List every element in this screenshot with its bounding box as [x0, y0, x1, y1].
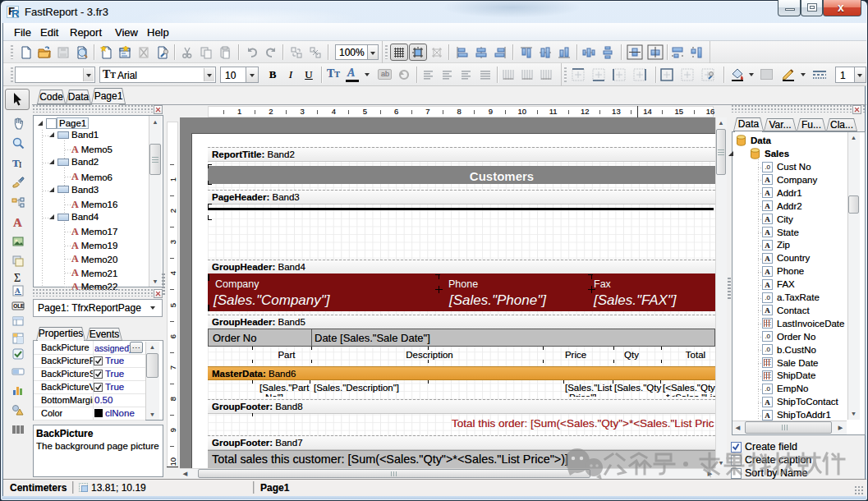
svg-text:I: I — [19, 160, 21, 169]
svg-text:Σ: Σ — [14, 272, 21, 283]
svg-text:OLE: OLE — [13, 303, 25, 309]
svg-text:A: A — [15, 287, 21, 295]
svg-text:A: A — [13, 216, 22, 228]
